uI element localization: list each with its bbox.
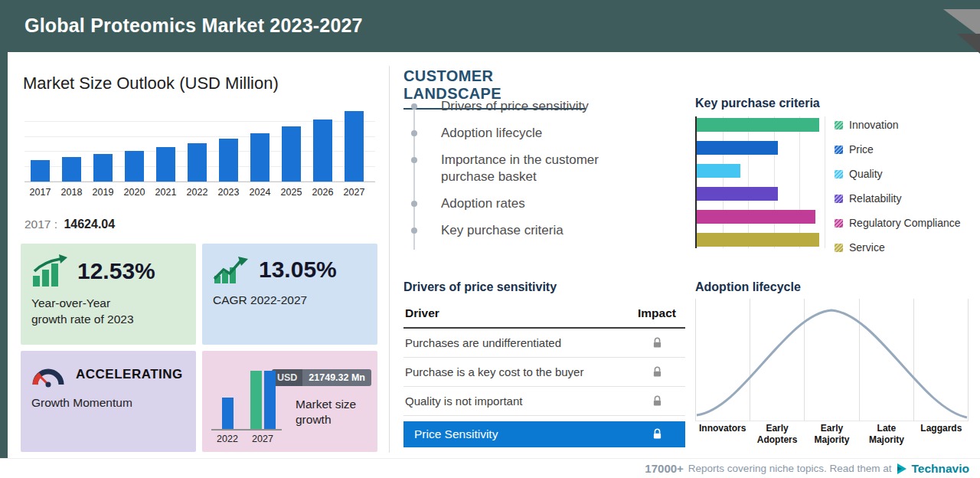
legend-label: Relatability bbox=[849, 192, 901, 205]
market-bar-slot bbox=[24, 160, 56, 182]
driver-rows: Purchases are undifferentiatedPurchase i… bbox=[403, 329, 685, 416]
price-sensitivity-title: Drivers of price sensitivity bbox=[403, 280, 557, 294]
market-bar bbox=[31, 160, 50, 182]
market-bar-slot bbox=[181, 143, 213, 182]
mini-labels: 20222027 bbox=[211, 434, 282, 444]
kpi-cards: 12.53% Year-over-Year growth rate of 202… bbox=[21, 244, 377, 452]
timeline-item: Adoption rates bbox=[413, 195, 619, 212]
speedometer-icon bbox=[31, 362, 67, 388]
market-axis-label: 2023 bbox=[213, 187, 244, 198]
yoy-label-line1: Year-over-Year bbox=[31, 296, 185, 312]
lifecycle-stage-label: Laggards bbox=[914, 423, 969, 446]
cagr-value: 13.05% bbox=[259, 257, 337, 283]
impact-cell bbox=[630, 366, 684, 378]
market-bar-slot bbox=[119, 151, 150, 182]
kpc-bar bbox=[697, 187, 778, 201]
legend-item: Relatability bbox=[835, 192, 961, 205]
lock-icon bbox=[652, 428, 663, 440]
market-bar bbox=[313, 120, 332, 182]
key-purchase-criteria-title: Key purchase criteria bbox=[695, 97, 820, 110]
lifecycle-stage-label: Early Majority bbox=[805, 423, 859, 446]
lock-icon bbox=[652, 395, 663, 408]
adoption-lifecycle-title: Adoption lifecycle bbox=[695, 280, 801, 294]
legend-label: Innovation bbox=[849, 119, 899, 131]
market-bar-slot bbox=[338, 111, 370, 182]
legend-label: Price bbox=[849, 143, 874, 156]
kpc-legend: InnovationPriceQualityRelatabilityRegula… bbox=[835, 119, 961, 266]
market-bar bbox=[219, 139, 238, 182]
mini-growth-chart: 20222027 bbox=[211, 371, 282, 444]
legend-swatch bbox=[835, 121, 843, 129]
market-bar bbox=[125, 151, 144, 182]
market-bar-slot bbox=[56, 157, 87, 182]
legend-swatch bbox=[835, 219, 843, 228]
cagr-card: 13.05% CAGR 2022-2027 bbox=[202, 244, 377, 345]
market-axis-label: 2022 bbox=[181, 187, 213, 198]
highlight-lock bbox=[630, 428, 684, 440]
table-header: Driver Impact bbox=[403, 303, 685, 329]
legend-swatch bbox=[835, 195, 843, 203]
driver-row: Purchases are undifferentiated bbox=[403, 329, 685, 358]
market-axis-label: 2025 bbox=[276, 187, 307, 198]
yoy-label: Year-over-Year growth rate of 2023 bbox=[31, 296, 185, 328]
momentum-label: Growth Momentum bbox=[31, 395, 185, 411]
market-bar-slot bbox=[307, 120, 338, 182]
market-axis-label: 2021 bbox=[150, 187, 181, 198]
kpc-chart bbox=[695, 116, 825, 248]
market-axis-label: 2027 bbox=[338, 187, 370, 198]
growth-amount-badge: USD 21749.32 Mn bbox=[272, 369, 371, 386]
market-axis-label: 2018 bbox=[56, 187, 87, 198]
mini-axis-label: 2022 bbox=[216, 434, 239, 444]
market-axis-label: 2017 bbox=[24, 187, 56, 198]
legend-label: Service bbox=[849, 241, 885, 254]
market-bar-slot bbox=[213, 139, 244, 182]
header: Global Proteomics Market 2023-2027 bbox=[0, 0, 980, 52]
growth-momentum-card: ACCELERATING Growth Momentum bbox=[21, 351, 196, 452]
base-year-label: 2017 : bbox=[24, 218, 57, 231]
kpc-bar bbox=[697, 210, 815, 224]
mini-bar-slot bbox=[216, 398, 239, 429]
lock-icon bbox=[652, 337, 663, 349]
highlight-label: Price Sensitivity bbox=[414, 427, 498, 441]
mini-axis-label: 2027 bbox=[248, 434, 277, 444]
bell-curve bbox=[695, 299, 969, 421]
market-bar bbox=[93, 154, 113, 182]
timeline-item: Importance in the customer purchase bask… bbox=[413, 152, 619, 185]
cagr-label: CAGR 2022-2027 bbox=[213, 293, 367, 309]
legend-item: Regulatory Compliance bbox=[835, 217, 961, 229]
legend-label: Regulatory Compliance bbox=[849, 217, 961, 229]
legend-item: Price bbox=[835, 143, 961, 156]
landscape-topic-list: Drivers of price sensitivityAdoption lif… bbox=[413, 98, 643, 250]
market-axis-label: 2024 bbox=[244, 187, 276, 198]
mini-bar bbox=[222, 398, 234, 429]
legend-swatch bbox=[835, 244, 843, 252]
legend-item: Innovation bbox=[835, 119, 961, 131]
market-bar-slot bbox=[150, 147, 181, 182]
kpc-bar bbox=[697, 233, 819, 247]
timeline-item: Key purchase criteria bbox=[413, 222, 619, 239]
footer-text: Reports covering niche topics. Read them… bbox=[688, 463, 892, 474]
legend-item: Service bbox=[835, 241, 961, 254]
lifecycle-stage-label: Late Majority bbox=[859, 423, 913, 446]
market-size-growth-card: USD 21749.32 Mn 20222027 Market size gro… bbox=[202, 351, 377, 452]
market-axis-label: 2026 bbox=[307, 187, 338, 198]
column-driver: Driver bbox=[405, 306, 439, 320]
technavio-logo[interactable]: Technavio bbox=[896, 462, 969, 476]
driver-label: Quality is not important bbox=[405, 395, 522, 408]
momentum-status: ACCELERATING bbox=[76, 367, 183, 382]
technavio-triangle-icon bbox=[896, 463, 908, 475]
infographic-page: Global Proteomics Market 2023-2027 Marke… bbox=[0, 0, 980, 478]
trend-arrow-icon bbox=[213, 254, 250, 285]
legend-swatch bbox=[835, 146, 843, 154]
mini-bar bbox=[264, 371, 276, 429]
market-grid bbox=[24, 107, 375, 182]
market-size-chart: 2017201820192020202120222023202420252026… bbox=[24, 107, 375, 198]
yoy-growth-card: 12.53% Year-over-Year growth rate of 202… bbox=[21, 244, 196, 345]
panel-divider bbox=[389, 66, 390, 453]
page-title: Global Proteomics Market 2023-2027 bbox=[24, 15, 363, 37]
lifecycle-stage-label: Early Adopters bbox=[750, 423, 804, 446]
driver-label: Purchase is a key cost to the buyer bbox=[405, 365, 583, 378]
kpc-bar bbox=[697, 118, 819, 132]
left-accent-bar bbox=[0, 52, 8, 460]
impact-cell bbox=[630, 395, 684, 408]
